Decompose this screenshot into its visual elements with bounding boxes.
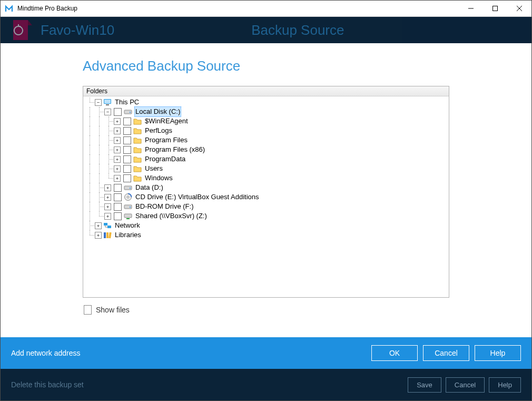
- svg-rect-22: [106, 232, 109, 238]
- tree-label: CD Drive (E:) VirtualBox Guest Additions: [134, 192, 260, 202]
- tree-node-folder[interactable]: +Users: [85, 164, 449, 173]
- svg-rect-21: [104, 232, 106, 238]
- delete-backup-set-link[interactable]: Delete this backup set: [11, 380, 84, 389]
- app-logo-icon: [5, 4, 13, 13]
- svg-rect-23: [109, 232, 111, 238]
- folder-icon: [133, 145, 142, 154]
- window-controls: [459, 1, 531, 16]
- node-checkbox[interactable]: [114, 108, 122, 116]
- dialog-footer: Add network address OK Cancel Help: [1, 337, 531, 369]
- network-drive-icon: [124, 212, 132, 220]
- tree-node-bd-drive-f[interactable]: + BD-ROM Drive (F:): [85, 202, 449, 211]
- titlebar: Mindtime Pro Backup: [1, 1, 531, 17]
- expand-icon[interactable]: +: [104, 203, 111, 210]
- help-button[interactable]: Help: [475, 345, 521, 361]
- cancel-button[interactable]: Cancel: [423, 345, 469, 361]
- collapse-icon[interactable]: −: [95, 99, 102, 106]
- tree-label: Network: [114, 221, 141, 230]
- svg-rect-1: [493, 6, 498, 11]
- expand-icon[interactable]: +: [104, 213, 111, 220]
- folder-icon: [133, 117, 142, 125]
- tree-node-folder[interactable]: +Windows: [85, 173, 449, 183]
- close-button[interactable]: [507, 1, 531, 16]
- folder-icon: [133, 164, 142, 173]
- libraries-icon: [103, 231, 112, 239]
- expand-icon[interactable]: +: [104, 184, 111, 191]
- expand-icon[interactable]: +: [114, 137, 121, 144]
- maximize-icon: [492, 6, 498, 11]
- svg-point-16: [130, 207, 131, 208]
- node-checkbox[interactable]: [123, 136, 131, 144]
- node-checkbox[interactable]: [123, 174, 131, 182]
- drive-icon: [124, 183, 132, 192]
- expand-icon[interactable]: +: [114, 156, 121, 163]
- expand-icon[interactable]: +: [95, 232, 102, 239]
- tree-node-this-pc[interactable]: − This PC: [85, 97, 449, 107]
- tree-node-folder[interactable]: +Program Files (x86): [85, 145, 449, 154]
- svg-rect-20: [107, 226, 111, 228]
- tree-label: BD-ROM Drive (F:): [134, 202, 195, 211]
- node-checkbox[interactable]: [123, 165, 131, 173]
- drive-icon: [124, 202, 132, 211]
- svg-rect-19: [104, 223, 107, 226]
- advanced-source-dialog: Advanced Backup Source Folders − This PC: [1, 43, 531, 369]
- tree-label: This PC: [114, 97, 140, 107]
- window-title: Mindtime Pro Backup: [17, 5, 77, 12]
- tree-node-folder[interactable]: +ProgramData: [85, 154, 449, 164]
- dialog-body: Advanced Backup Source Folders − This PC: [1, 43, 531, 337]
- svg-point-14: [127, 196, 129, 198]
- ok-button[interactable]: OK: [371, 345, 418, 361]
- expand-icon[interactable]: +: [95, 222, 102, 229]
- tree-label: Program Files: [144, 135, 189, 145]
- cd-drive-icon: [124, 193, 132, 201]
- backdrop-save-button[interactable]: Save: [408, 377, 441, 393]
- show-files-checkbox[interactable]: Show files: [83, 305, 449, 315]
- tree-node-network[interactable]: + Network: [85, 221, 449, 230]
- tree-node-folder[interactable]: +$WinREAgent: [85, 116, 449, 126]
- maximize-button[interactable]: [483, 1, 507, 16]
- tree-node-data-d[interactable]: + Data (D:): [85, 183, 449, 192]
- expand-icon[interactable]: +: [114, 175, 121, 182]
- node-checkbox[interactable]: [114, 212, 122, 220]
- tree-node-folder[interactable]: +Program Files: [85, 135, 449, 145]
- node-checkbox[interactable]: [123, 146, 131, 154]
- backdrop-help-button[interactable]: Help: [489, 377, 521, 393]
- node-checkbox[interactable]: [123, 155, 131, 163]
- node-checkbox[interactable]: [123, 127, 131, 135]
- folder-icon: [133, 174, 142, 182]
- collapse-icon[interactable]: −: [104, 109, 111, 115]
- show-files-label: Show files: [96, 306, 130, 314]
- node-checkbox[interactable]: [114, 193, 122, 201]
- tree-label: PerfLogs: [144, 126, 173, 135]
- expand-icon[interactable]: +: [114, 118, 121, 125]
- tree-label: $WinREAgent: [144, 116, 189, 126]
- node-checkbox[interactable]: [114, 203, 122, 211]
- tree-node-local-disk-c[interactable]: − Local Disk (C:): [85, 107, 449, 116]
- tree-node-shared-z[interactable]: + Shared (\\VBoxSvr) (Z:): [85, 211, 449, 221]
- dialog-title: Advanced Backup Source: [83, 58, 449, 74]
- tree-label: Shared (\\VBoxSvr) (Z:): [134, 211, 208, 221]
- svg-rect-8: [106, 104, 109, 105]
- tree-node-folder[interactable]: +PerfLogs: [85, 126, 449, 135]
- node-checkbox[interactable]: [123, 118, 131, 125]
- svg-rect-4: [13, 20, 28, 40]
- backup-set-name: Favo-Win10: [41, 22, 114, 38]
- folder-tree[interactable]: − This PC −: [83, 96, 449, 297]
- tree-node-cd-drive-e[interactable]: + CD Drive (E:) VirtualBox Guest Additio…: [85, 192, 449, 202]
- tree-label: Libraries: [114, 230, 142, 240]
- backdrop-header: Favo-Win10 Backup Source: [1, 17, 531, 43]
- svg-point-10: [130, 112, 131, 113]
- minimize-button[interactable]: [459, 1, 483, 16]
- tree-node-libraries[interactable]: + Libraries: [85, 230, 449, 240]
- svg-rect-17: [124, 214, 132, 218]
- expand-icon[interactable]: +: [114, 146, 121, 153]
- network-icon: [103, 221, 112, 230]
- add-network-address-link[interactable]: Add network address: [11, 349, 81, 357]
- expand-icon[interactable]: +: [104, 194, 111, 201]
- backdrop-cancel-button[interactable]: Cancel: [446, 377, 485, 393]
- node-checkbox[interactable]: [114, 184, 122, 192]
- backdrop: Favo-Win10 Backup Source Advanced Backup…: [1, 17, 531, 400]
- expand-icon[interactable]: +: [114, 128, 121, 134]
- folder-tree-panel: Folders − This PC: [83, 86, 449, 298]
- expand-icon[interactable]: +: [114, 165, 121, 172]
